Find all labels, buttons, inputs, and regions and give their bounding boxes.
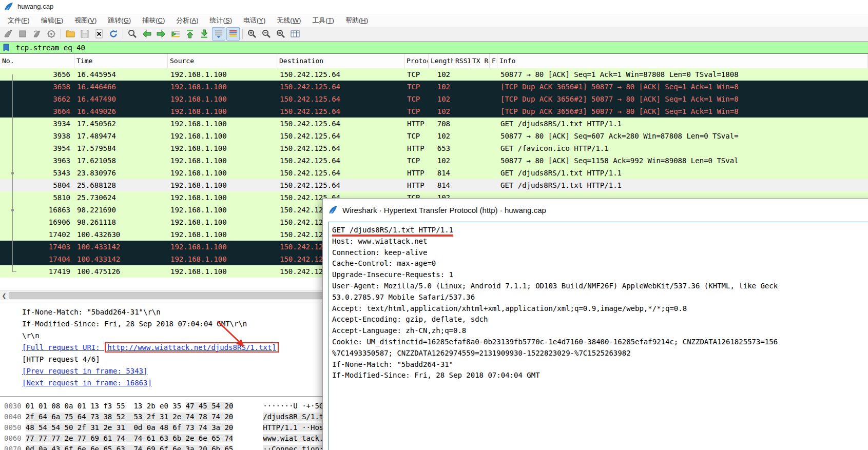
- menu-bar: 文件(F)编辑(E)视图(V)跳转(G)捕获(C)分析(A)统计(S)电话(Y)…: [0, 14, 868, 27]
- cell-dst: 150.242.125.64: [277, 118, 404, 130]
- go-first-icon[interactable]: [183, 27, 197, 41]
- go-forward-icon[interactable]: [155, 27, 168, 41]
- cell-no: 16906: [0, 216, 74, 228]
- capture-options-icon[interactable]: [45, 27, 58, 41]
- detail-text: [HTTP request 4/6]: [22, 355, 100, 363]
- hex-offset: 0060: [4, 434, 22, 442]
- close-file-icon[interactable]: [92, 27, 106, 41]
- hex-offset: 0070: [4, 445, 22, 450]
- hex-offset: 0030: [4, 402, 22, 410]
- cell-proto: TCP: [404, 154, 429, 167]
- toolbar-separator: [61, 29, 61, 39]
- zoom-reset-icon[interactable]: [274, 27, 287, 41]
- stop-capture-icon[interactable]: [16, 27, 29, 41]
- http-window-title: Wireshark · Hypertext Transfer Protocol …: [342, 206, 546, 214]
- title-bar: huwang.cap: [0, 0, 868, 14]
- packet-row[interactable]: 365616.445954192.168.1.100150.242.125.64…: [0, 68, 868, 81]
- start-capture-icon[interactable]: [2, 27, 15, 41]
- colorize-icon[interactable]: [226, 27, 240, 41]
- cell-proto: HTTP: [404, 179, 429, 191]
- open-file-icon[interactable]: [64, 27, 77, 41]
- packet-row[interactable]: 580425.688128192.168.1.100150.242.125.64…: [0, 179, 868, 191]
- wireshark-main-window: huwang.cap 文件(F)编辑(E)视图(V)跳转(G)捕获(C)分析(A…: [0, 0, 868, 450]
- column-header[interactable]: Source: [168, 54, 277, 68]
- column-header[interactable]: Protocol: [404, 54, 429, 68]
- packet-row[interactable]: 534323.830976192.168.1.100150.242.125.64…: [0, 167, 868, 179]
- hex-bytes: 0d 0a 43 6f 6e 6e 65 63 74 69 6f 6e 3a 2…: [26, 445, 234, 450]
- menu-item[interactable]: 文件(F): [2, 14, 35, 27]
- zoom-in-icon[interactable]: [245, 27, 259, 41]
- cell-rssi: [453, 179, 470, 191]
- packet-row[interactable]: 365816.446466192.168.1.100150.242.125.64…: [0, 81, 868, 93]
- save-file-icon[interactable]: [78, 27, 91, 41]
- cell-time: 98.221690: [74, 204, 168, 216]
- cell-rssi: [453, 154, 470, 167]
- cell-src: 192.168.1.100: [168, 93, 277, 105]
- cell-rssi: [453, 130, 470, 142]
- cell-len: 102: [429, 68, 453, 81]
- column-header[interactable]: Time: [74, 54, 168, 68]
- column-header[interactable]: Info: [497, 54, 868, 68]
- cell-info: [TCP Dup ACK 3656#1] 50877 → 80 [ACK] Se…: [497, 81, 868, 93]
- column-header[interactable]: Destination: [277, 54, 404, 68]
- packet-row[interactable]: 395417.579584192.168.1.100150.242.125.64…: [0, 142, 868, 154]
- cell-dst: 150.242.125.64: [277, 142, 404, 154]
- detail-text: If-None-Match: "5badd264-31"\r\n: [22, 308, 161, 316]
- packet-row[interactable]: 366416.449026192.168.1.100150.242.125.64…: [0, 105, 868, 118]
- full-request-uri-link[interactable]: [Full request URI:: [22, 343, 104, 351]
- display-filter-input[interactable]: [15, 43, 274, 52]
- cell-dst: 150.242.125.64: [277, 130, 404, 142]
- reload-file-icon[interactable]: [107, 27, 120, 41]
- hex-offset: 0040: [4, 413, 22, 421]
- resize-columns-icon[interactable]: [288, 27, 302, 41]
- http-header-line: %7C1493350587; CNZZDATA1262974559=213190…: [332, 348, 868, 359]
- packet-row[interactable]: 396317.621058192.168.1.100150.242.125.64…: [0, 154, 868, 167]
- zoom-out-icon[interactable]: [260, 27, 273, 41]
- cell-txrate: [470, 179, 490, 191]
- menu-item[interactable]: 无线(W): [271, 14, 306, 27]
- menu-item[interactable]: 帮助(H): [340, 14, 374, 27]
- cell-info: GET /djuds8RS/1.txt HTTP/1.1: [497, 118, 868, 130]
- packet-row[interactable]: 393817.489474192.168.1.100150.242.125.64…: [0, 130, 868, 142]
- menu-item[interactable]: 视图(V): [69, 14, 102, 27]
- column-header[interactable]: Length: [429, 54, 453, 68]
- http-header-line: Cookie: UM_distinctid=16285efaf8a0-0b231…: [332, 337, 868, 348]
- cell-info: GET /djuds8RS/1.txt HTTP/1.1: [497, 179, 868, 191]
- frame-link[interactable]: [Prev request in frame: 5343]: [22, 367, 147, 375]
- menu-item[interactable]: 捕获(C): [137, 14, 170, 27]
- frame-link[interactable]: [Next request in frame: 16863]: [22, 379, 152, 387]
- go-last-icon[interactable]: [198, 27, 211, 41]
- cell-time: 100.475126: [74, 265, 168, 278]
- menu-item[interactable]: 跳转(G): [102, 14, 137, 27]
- cell-info: [TCP Dup ACK 3656#2] 50877 → 80 [ACK] Se…: [497, 93, 868, 105]
- auto-scroll-icon[interactable]: [212, 27, 225, 41]
- http-header-line: Accept-Encoding: gzip, deflate, sdch: [332, 314, 868, 325]
- related-packet-dot: [11, 172, 14, 174]
- menu-item[interactable]: 统计(S): [204, 14, 238, 27]
- menu-item[interactable]: 编辑(E): [35, 14, 69, 27]
- go-to-packet-icon[interactable]: [169, 27, 182, 41]
- cell-len: 814: [429, 179, 453, 191]
- scroll-left-button[interactable]: ❮: [0, 291, 8, 300]
- hex-bytes: 01 01 08 0a 01 13 f3 55 13 2b e0 35: [26, 402, 186, 410]
- menu-item[interactable]: 分析(A): [170, 14, 204, 27]
- column-header[interactable]: No.: [0, 54, 74, 68]
- filter-bookmark-icon[interactable]: [2, 43, 11, 52]
- column-header[interactable]: Fr: [490, 54, 497, 68]
- column-header[interactable]: TX Rate: [470, 54, 490, 68]
- annotation-red-underline: GET /djuds8RS/1.txt HTTP/1.1: [332, 226, 453, 237]
- http-header-line: If-Modified-Since: Fri, 28 Sep 2018 07:0…: [332, 370, 868, 381]
- cell-dst: 150.242.125.64: [277, 167, 404, 179]
- cell-rssi: [453, 68, 470, 81]
- menu-item[interactable]: 工具(T): [306, 14, 340, 27]
- packet-row[interactable]: 393417.450562192.168.1.100150.242.125.64…: [0, 118, 868, 130]
- http-request-text-box[interactable]: GET /djuds8RS/1.txt HTTP/1.1Host: www.wi…: [328, 222, 868, 450]
- find-packet-icon[interactable]: [126, 27, 139, 41]
- restart-capture-icon[interactable]: [30, 27, 44, 41]
- go-back-icon[interactable]: [140, 27, 153, 41]
- packet-row[interactable]: 366216.447490192.168.1.100150.242.125.64…: [0, 93, 868, 105]
- menu-item[interactable]: 电话(Y): [238, 14, 271, 27]
- column-header[interactable]: RSSI: [453, 54, 470, 68]
- cell-proto: TCP: [404, 68, 429, 81]
- cell-time: 17.621058: [74, 154, 168, 167]
